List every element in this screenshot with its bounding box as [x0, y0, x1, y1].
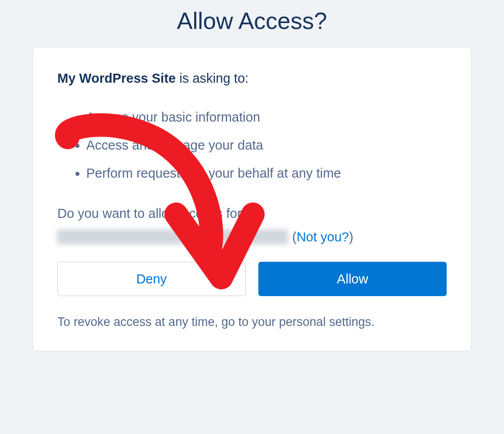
app-name: My WordPress Site	[57, 71, 176, 85]
not-you-wrap: (Not you?)	[292, 230, 353, 245]
paren-open: (	[292, 230, 297, 244]
permission-item: Perform requests on your behalf at any t…	[86, 159, 447, 187]
allow-question: Do you want to allow access for	[57, 206, 447, 221]
permission-item: Access and manage your data	[86, 131, 447, 159]
revoke-note: To revoke access at any time, go to your…	[57, 315, 447, 329]
permissions-list: Access your basic information Access and…	[57, 103, 447, 187]
permission-item: Access your basic information	[86, 103, 447, 131]
page-title: Allow Access?	[0, 0, 504, 47]
paren-close: )	[349, 230, 354, 244]
user-email-redacted	[57, 229, 288, 245]
not-you-link[interactable]: Not you?	[297, 230, 349, 244]
user-identity-row: (Not you?)	[57, 229, 447, 245]
allow-button[interactable]: Allow	[258, 262, 447, 296]
button-row: Deny Allow	[57, 262, 447, 296]
asking-line: My WordPress Site is asking to:	[57, 71, 447, 86]
asking-suffix: is asking to:	[176, 71, 248, 85]
consent-card: My WordPress Site is asking to: Access y…	[33, 47, 471, 351]
deny-button[interactable]: Deny	[57, 262, 246, 296]
